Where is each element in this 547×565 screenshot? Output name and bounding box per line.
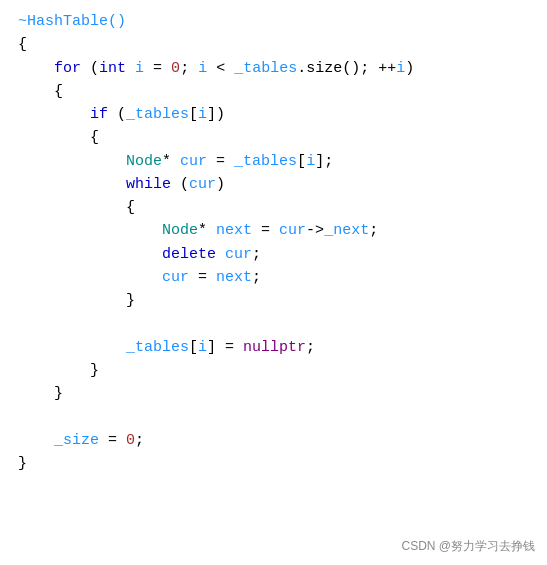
code-line-4: { [18, 80, 537, 103]
code-line-2: { [18, 33, 537, 56]
code-line-17: } [18, 382, 537, 405]
code-line-20: } [18, 452, 537, 475]
code-line-16: } [18, 359, 537, 382]
code-line-7: Node* cur = _tables[i]; [18, 150, 537, 173]
code-block: ~HashTable() { for (int i = 0; i < _tabl… [18, 10, 537, 475]
code-line-10: Node* next = cur->_next; [18, 219, 537, 242]
code-line-6: { [18, 126, 537, 149]
code-line-9: { [18, 196, 537, 219]
code-line-19: _size = 0; [18, 429, 537, 452]
code-line-14 [18, 312, 537, 335]
code-container: ~HashTable() { for (int i = 0; i < _tabl… [0, 0, 547, 565]
code-line-3: for (int i = 0; i < _tables.size(); ++i) [18, 57, 537, 80]
code-line-12: cur = next; [18, 266, 537, 289]
code-line-18 [18, 405, 537, 428]
code-line-8: while (cur) [18, 173, 537, 196]
watermark: CSDN @努力学习去挣钱 [401, 538, 535, 555]
code-line-13: } [18, 289, 537, 312]
code-line-15: _tables[i] = nullptr; [18, 336, 537, 359]
code-line-5: if (_tables[i]) [18, 103, 537, 126]
code-line-1: ~HashTable() [18, 10, 537, 33]
code-line-11: delete cur; [18, 243, 537, 266]
